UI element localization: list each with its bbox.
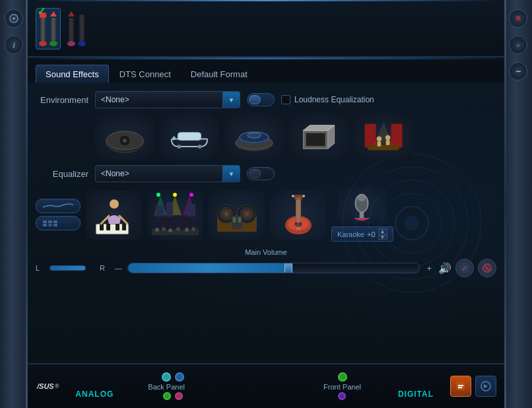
env-icon-cube[interactable] [289, 114, 349, 160]
equalizer-label: Equalizer [36, 169, 88, 179]
svg-rect-39 [48, 224, 52, 226]
karaoke-down[interactable]: ▼ [378, 234, 387, 240]
eq-icon-dj[interactable] [209, 190, 265, 240]
svg-point-60 [191, 227, 195, 231]
environment-icons [95, 114, 496, 160]
volume-area: Main Volume L R — + 🔊 ✓ [36, 248, 496, 277]
svg-rect-51 [187, 204, 195, 217]
front-panel-dot-1[interactable] [338, 372, 347, 382]
environment-toggle[interactable] [247, 93, 275, 106]
sidebar-icon-info[interactable]: i [5, 36, 23, 54]
left-sidebar: i [0, 0, 28, 408]
audio-icon-btn[interactable] [475, 376, 496, 397]
env-icon-bathtub[interactable] [160, 114, 219, 160]
volume-thumb[interactable] [284, 263, 292, 273]
unselected-connectors [67, 11, 86, 46]
vol-dash: — [115, 264, 122, 272]
svg-point-53 [173, 193, 177, 197]
tab-default-format[interactable]: Default Format [182, 65, 257, 83]
main-volume-slider[interactable] [127, 263, 420, 273]
eq-preset-btn-1[interactable] [36, 199, 81, 213]
svg-rect-14 [173, 136, 176, 140]
settings-icon-btn[interactable] [450, 376, 471, 397]
karaoke-label: Karaoke [337, 230, 364, 238]
svg-rect-30 [368, 145, 399, 150]
svg-point-57 [168, 228, 172, 232]
svg-point-46 [110, 199, 119, 209]
svg-rect-28 [365, 123, 376, 147]
karaoke-up[interactable]: ▲ [378, 228, 387, 234]
svg-point-55 [155, 228, 159, 232]
connector-2[interactable] [50, 11, 57, 46]
svg-point-22 [248, 133, 261, 138]
loudness-label: Loudness Equalization [294, 95, 374, 104]
loudness-checkbox[interactable] [281, 95, 290, 104]
volume-label: Main Volume [36, 248, 496, 256]
karaoke-label-box: Karaoke +0 ▲ ▼ [331, 226, 393, 242]
tab-dts-connect[interactable]: DTS Connect [110, 65, 180, 83]
svg-rect-45 [122, 224, 126, 230]
bottom-bar: /SUS ® Back Panel Fro [28, 363, 504, 408]
environment-label: Environment [36, 95, 88, 105]
connector-3[interactable] [67, 11, 75, 46]
analog-digital-labels: ANALOG DIGITAL [72, 390, 437, 399]
environment-dropdown-arrow[interactable]: ▼ [222, 92, 240, 108]
environment-row: Environment <None> ▼ Loudness Equalizati… [36, 91, 496, 108]
svg-text:♪: ♪ [485, 265, 488, 271]
svg-point-1 [13, 17, 15, 20]
svg-rect-42 [100, 224, 104, 230]
eq-preset-buttons [36, 199, 81, 230]
svg-point-56 [162, 227, 166, 231]
analog-label: ANALOG [75, 390, 114, 399]
svg-point-72 [242, 209, 251, 219]
tab-sound-effects[interactable]: Sound Effects [36, 65, 109, 83]
sidebar-restore-icon[interactable]: ○ [509, 36, 527, 54]
eq-preset-btn-2[interactable] [36, 216, 81, 230]
vol-mute-button[interactable]: ♪ [478, 259, 496, 277]
tab-bar: Sound Effects DTS Connect Default Format [28, 59, 504, 83]
svg-rect-70 [238, 217, 241, 222]
vol-action-icons: ✓ ♪ [455, 259, 496, 277]
environment-dropdown[interactable]: <None> ▼ [95, 91, 240, 108]
svg-point-82 [302, 195, 305, 197]
right-sidebar: ✕ ○ − [504, 0, 532, 408]
svg-point-52 [156, 193, 160, 197]
panels-section: Back Panel Front Panel ANALOG D [72, 372, 437, 400]
volume-fill [128, 263, 288, 273]
sidebar-close-icon[interactable]: ✕ [509, 9, 527, 28]
svg-rect-43 [106, 224, 110, 230]
svg-point-85 [358, 195, 366, 201]
equalizer-icons-row: Karaoke +0 ▲ ▼ [36, 187, 496, 242]
sidebar-icon-circle[interactable] [5, 9, 23, 28]
equalizer-row: Equalizer <None> ▼ [36, 165, 496, 182]
vol-check-button[interactable]: ✓ [455, 259, 474, 277]
svg-rect-69 [233, 217, 236, 222]
equalizer-toggle[interactable] [247, 167, 275, 180]
eq-icon-guitar[interactable] [270, 190, 326, 240]
svg-point-11 [123, 139, 127, 143]
svg-rect-36 [48, 221, 52, 223]
svg-point-54 [189, 193, 193, 197]
asus-logo: /SUS ® [36, 382, 59, 390]
eq-icon-pianist[interactable] [86, 190, 142, 240]
svg-rect-48 [154, 215, 197, 230]
svg-point-59 [185, 228, 189, 232]
sidebar-minimize-icon[interactable]: − [509, 62, 527, 81]
bottom-right-icons [450, 376, 496, 397]
env-icon-stage[interactable] [224, 114, 284, 160]
connector-4[interactable] [78, 15, 86, 46]
equalizer-dropdown-arrow[interactable]: ▼ [222, 166, 240, 182]
env-icon-vinyl[interactable] [95, 114, 154, 160]
equalizer-dropdown[interactable]: <None> ▼ [95, 165, 240, 182]
karaoke-value: +0 [367, 230, 376, 238]
svg-point-58 [176, 227, 180, 231]
eq-icon-concert[interactable] [147, 190, 203, 240]
svg-rect-35 [43, 221, 47, 223]
svg-point-17 [198, 145, 202, 149]
back-panel-dot-1[interactable] [162, 372, 171, 382]
svg-rect-37 [53, 221, 57, 223]
back-panel-dot-2[interactable] [175, 372, 184, 382]
volume-row: L R — + 🔊 ✓ [36, 259, 496, 277]
env-icon-theater[interactable] [354, 114, 413, 160]
eq-icon-microphone[interactable] [337, 187, 387, 224]
